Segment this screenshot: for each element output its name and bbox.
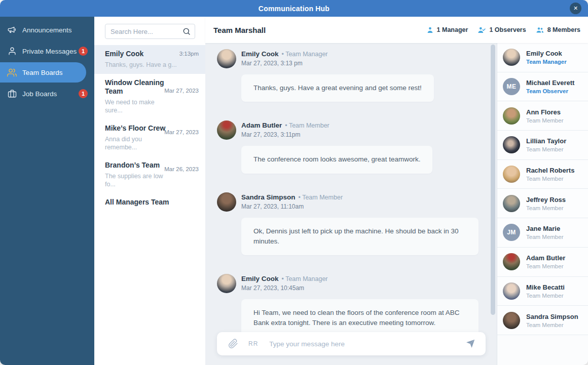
manager-icon [426,26,434,34]
sidebar-item-job-boards[interactable]: Job Boards 1 [0,84,94,104]
member-role: Team Member [526,322,578,328]
conversation-preview: The supplies are low fo... [105,172,199,189]
unread-badge: 1 [79,89,88,98]
conversation-panel: Emily Cook Thanks, guys. Have a g... 3:1… [94,17,205,365]
message-sender: Emily Cook [241,275,279,282]
avatar [217,192,236,212]
message: Emily Cook Team Manager Mar 27, 2023, 10… [217,274,497,332]
member-row[interactable]: Lillian Taylor Team Member [497,131,588,160]
conversation-time: 3:13pm [179,51,199,57]
message-timestamp: Mar 27, 2023, 3:13 pm [241,60,434,67]
member-name: Jeffrey Ross [526,196,566,204]
chat-title: Team Marshall [213,26,266,34]
megaphone-icon [7,25,17,35]
conversation-row[interactable]: Mike’s Floor Crew Anna did you remembe..… [94,119,205,156]
avatar [503,253,520,270]
avatar [503,195,520,212]
message-sender: Emily Cook [241,50,279,58]
avatar [503,136,520,153]
message-sender-role: Team Manager [282,51,328,58]
member-row[interactable]: Adam Butler Team Member [497,248,588,277]
member-name: Adam Butler [526,254,565,262]
member-name: Mike Becatti [526,283,565,291]
sidebar-item-label: Announcements [22,26,72,34]
member-role: Team Member [526,117,564,124]
avatar [503,49,520,66]
user-icon [7,47,17,56]
close-icon: ✕ [573,5,578,12]
member-name: Lillian Taylor [526,137,566,145]
chat-scrollbar-thumb[interactable] [491,45,495,315]
avatar [217,49,236,68]
search-input[interactable] [105,24,195,39]
sidebar-item-label: Job Boards [22,90,57,98]
conversation-time: Mar 27, 2023 [164,129,199,135]
send-icon[interactable] [465,339,475,349]
avatar [503,166,520,183]
message-bubble: Thanks, guys. Have a great evening and g… [241,74,434,102]
message-timestamp: Mar 27, 2023, 10:45am [241,285,479,292]
message-timestamp: Mar 27, 2023, 11:10am [241,203,479,210]
team-stats: 1 Manager 1 Observers 8 Members [426,26,580,34]
member-row[interactable]: Sandra Simpson Team Member [497,306,588,335]
sidebar-item-announcements[interactable]: Announcements [0,20,94,40]
avatar: JM [503,224,520,241]
briefcase-icon [7,89,17,99]
member-name: Michael Everett [526,79,574,87]
titlebar: Communication Hub ✕ [0,0,588,17]
format-button[interactable]: RR [248,340,258,347]
conversation-time: Mar 27, 2023 [164,88,199,94]
conversation-preview: Thanks, guys. Have a g... [105,61,199,69]
member-name: Sandra Simpson [526,313,578,320]
member-panel: Emily Cook Team Manager ME Michael Evere… [497,43,588,365]
manager-count: 1 Manager [426,26,468,34]
conversation-preview: We need to make sure... [105,98,199,115]
sidebar-item-label: Team Boards [22,69,63,76]
message-sender-role: Team Manager [282,275,328,282]
member-role: Team Member [526,205,566,211]
conversation-time: Mar 26, 2023 [164,166,199,172]
member-row[interactable]: Ann Flores Team Member [497,101,588,131]
attachment-paperclip-icon[interactable] [228,339,238,349]
chat-header: Team Marshall 1 Manager 1 Observers [205,17,588,43]
conversation-row[interactable]: Emily Cook Thanks, guys. Have a g... 3:1… [94,45,205,74]
conversation-row[interactable]: All Managers Team [94,193,205,212]
message-sender: Sandra Simpson [241,193,296,201]
member-row[interactable]: ME Michael Everett Team Observer [497,72,588,102]
avatar [217,120,236,140]
message-list: Emily Cook Team Manager Mar 27, 2023, 3:… [217,49,497,332]
member-role: Team Member [526,146,566,152]
avatar: ME [503,78,520,95]
conversation-row[interactable]: Brandon’s Team The supplies are low fo..… [94,156,205,193]
conversation-row[interactable]: Window Cleaning Team We need to make sur… [94,74,205,120]
sidebar-item-team-boards[interactable]: Team Boards [0,62,86,83]
search-box [105,24,195,39]
close-button[interactable]: ✕ [570,3,581,14]
message-sender-role: Team Member [285,122,329,129]
message: Adam Butler Team Member Mar 27, 2023, 3:… [217,120,497,173]
search-icon[interactable] [182,27,191,35]
member-name: Emily Cook [526,50,567,57]
member-row[interactable]: Rachel Roberts Team Member [497,160,588,189]
conversation-title: Emily Cook [105,50,176,59]
sidebar-item-private-messages[interactable]: Private Messages 1 [0,41,94,61]
message-input[interactable] [269,340,459,348]
users-icon [536,26,544,34]
member-row[interactable]: JM Jane Marie Team Member [497,218,588,248]
member-row[interactable]: Mike Becatti Team Member [497,277,588,306]
member-role: Team Observer [526,88,574,94]
member-name: Ann Flores [526,108,564,116]
member-row[interactable]: Emily Cook Team Manager [497,43,588,72]
message: Emily Cook Team Manager Mar 27, 2023, 3:… [217,49,497,102]
message-input-bar: RR [217,332,486,355]
member-row[interactable]: Jeffrey Ross Team Member [497,189,588,218]
communication-hub-window: Communication Hub ✕ Announcements Privat… [0,0,588,365]
message: Sandra Simpson Team Member Mar 27, 2023,… [217,192,497,256]
unread-badge: 1 [79,47,88,56]
member-name: Rachel Roberts [526,167,574,174]
member-role: Team Manager [526,59,567,65]
message-bubble: Ok, Dennis just left to pick up the mach… [241,218,479,256]
member-role: Team Member [526,263,565,269]
avatar [503,282,520,300]
avatar [503,312,520,329]
